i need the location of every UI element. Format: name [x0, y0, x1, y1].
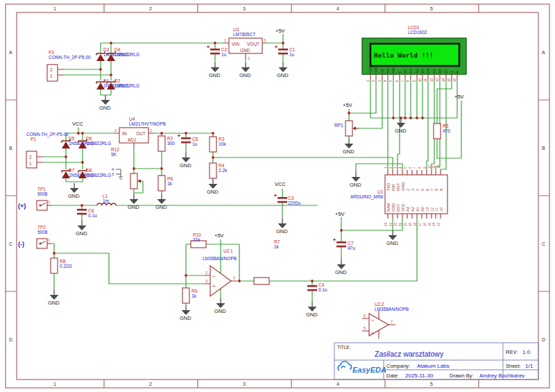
svg-text:D4: D4 — [427, 69, 430, 73]
component-lcd1602[interactable]: Hello World !!! VSS VDD VO RS RW E D0 D1… — [362, 25, 466, 82]
component-r10[interactable]: R10 21k — [191, 232, 206, 248]
component-l1[interactable]: L1 1m — [97, 194, 116, 205]
frame-col-label: 4 — [336, 382, 339, 386]
svg-text:D6: D6 — [438, 69, 442, 73]
rp1-ref: RP1 — [334, 123, 343, 128]
d4-ref: D4 — [114, 47, 121, 52]
svg-text:6: 6 — [409, 167, 412, 169]
schematic-title[interactable]: Zasilacz warsztatowy — [375, 350, 444, 358]
gnd-label: GND — [68, 193, 80, 199]
component-rp1[interactable]: RP1 — [334, 121, 359, 136]
d7-ref: D7 — [69, 168, 75, 173]
gnd-label: GND — [214, 308, 226, 314]
component-r8[interactable]: R8 0.22Ω — [51, 258, 72, 273]
component-u2-1[interactable]: − + 2 3 1 U2.1 LM358AN/NOPB — [203, 248, 237, 296]
easyeda-logo-text: EasyEDA — [352, 366, 386, 374]
r10-ref: R10 — [193, 232, 201, 237]
gnd-label: GND — [180, 162, 191, 169]
r9-value: 1k — [191, 293, 197, 298]
u4-pin3-number: 3 — [114, 128, 117, 133]
component-u2-2[interactable]: − + 6 5 7 U2.2 LM358AN/NOPB — [362, 302, 409, 339]
component-c1[interactable]: C1 1u — [275, 46, 296, 58]
component-u1-arduino-mini[interactable]: TXO RXI RST GND 2 3 4 5 6 7 8 9 RAW GND … — [350, 164, 447, 226]
schematic-editor-canvas[interactable]: 1 2 3 4 5 1 2 3 4 5 A B C D A B C D — [0, 0, 555, 392]
svg-text:VDD: VDD — [375, 66, 378, 73]
frame-row-label: D — [9, 337, 12, 342]
noninverting-input-sign: + — [212, 283, 216, 289]
u2-1-value: LM358AN/NOPB — [203, 256, 237, 261]
gnd-label: GND — [239, 72, 251, 78]
component-d2[interactable]: D2 1N5822RLG — [107, 78, 139, 90]
component-r4[interactable]: R4 2.2k — [210, 163, 228, 178]
component-r12[interactable]: R12 5K — [111, 147, 141, 189]
component-tp2[interactable]: 1 TP2 5008 — [37, 225, 51, 248]
component-r6[interactable]: R6 1k — [158, 176, 173, 191]
component-c5[interactable]: C5 1u — [178, 135, 198, 147]
frame-row-label: B — [9, 146, 12, 151]
svg-text:1: 1 — [366, 80, 370, 82]
svg-text:D2: D2 — [416, 69, 419, 73]
component-p3[interactable]: 2 1 P3 CONN-TH_2P-P5.00 — [47, 50, 91, 81]
svg-text:16: 16 — [423, 222, 427, 226]
easyeda-logo: EasyEDA — [338, 361, 386, 374]
u4-value: LM317HVT/NOPB — [129, 121, 166, 126]
lcd-pin-numbers: 1 2 3 4 5 6 7 8 9 10 11 12 13 14 15 16 — [366, 78, 456, 82]
component-r7[interactable]: R7 1k — [254, 239, 280, 284]
r10-value: 21k — [193, 237, 200, 242]
frame-col-label: 5 — [430, 6, 433, 11]
component-r2[interactable]: R2 300 — [158, 136, 175, 151]
gnd-label: GND — [155, 204, 167, 210]
component-tp1[interactable]: 1 TP1 5008 — [37, 187, 51, 210]
component-c4[interactable]: C4 0.1u — [307, 282, 327, 292]
frame-row-label: C — [9, 241, 12, 246]
svg-text:A0: A0 — [420, 207, 425, 212]
drawn-by-value[interactable]: Andrey Bochkarev — [479, 373, 524, 379]
date-value[interactable]: 2025-11-30 — [405, 373, 434, 379]
component-r9[interactable]: R9 1k — [182, 288, 198, 303]
c5-ref: C5 — [192, 137, 198, 142]
rev-value[interactable]: 1.0 — [522, 349, 531, 355]
company-value[interactable]: Atakum Labs — [417, 363, 450, 369]
svg-text:23: 23 — [389, 222, 393, 226]
component-c6[interactable]: C6 0.1u — [77, 208, 97, 218]
drawn-by-label: Drawn By: — [450, 373, 474, 379]
svg-text:18: 18 — [413, 222, 417, 226]
svg-text:VO: VO — [381, 68, 384, 73]
frame-col-label: 5 — [430, 382, 433, 386]
r3-ref: R3 — [219, 137, 225, 142]
svg-text:K: K — [456, 71, 459, 73]
svg-text:17: 17 — [418, 222, 422, 226]
schematic-sheet[interactable]: 1 2 3 4 5 1 2 3 4 5 A B C D A B C D — [0, 0, 555, 392]
svg-text:16: 16 — [453, 78, 456, 82]
svg-text:VCC: VCC — [401, 203, 405, 212]
component-c2[interactable]: C2 1u — [207, 46, 228, 58]
c7-ref: C7 — [348, 241, 354, 246]
svg-text:11: 11 — [432, 165, 436, 169]
plus-output-label: (+) — [18, 203, 26, 210]
svg-text:8: 8 — [407, 80, 410, 82]
svg-text:19: 19 — [409, 222, 412, 226]
component-r5[interactable]: R5 470 — [434, 123, 450, 139]
u2-2-pin6-number: 6 — [364, 314, 366, 318]
r12-ref: R12 — [111, 147, 119, 152]
component-d8[interactable]: D8 1N5822RLG — [78, 168, 111, 178]
gnd-label: GND — [180, 315, 191, 321]
r7-ref: R7 — [274, 239, 280, 244]
svg-text:4: 4 — [384, 80, 387, 82]
component-c7[interactable]: C7 47u — [333, 239, 355, 251]
component-r3[interactable]: R3 10k — [210, 137, 226, 152]
u2-2-pin7-number: 7 — [391, 320, 393, 324]
sheet-value[interactable]: 1/1 — [525, 363, 533, 369]
svg-text:RST: RST — [396, 182, 400, 191]
component-u3[interactable]: VIN VOUT GND 1 3 2 U3 LM7805CT — [223, 27, 268, 60]
gnd-label: GND — [48, 300, 60, 306]
svg-text:6: 6 — [395, 80, 399, 82]
u3-pin2-number: 2 — [248, 56, 250, 60]
title-block[interactable]: TITLE: Zasilacz warsztatowy REV: 1.0 Com… — [334, 343, 538, 380]
frame-col-label: 4 — [336, 6, 339, 11]
jumper-pin4: 4 — [112, 167, 114, 171]
component-c3[interactable]: C3 2200u — [274, 194, 300, 206]
d5-ref: D5 — [69, 136, 75, 141]
svg-text:9: 9 — [413, 80, 416, 82]
svg-text:4: 4 — [416, 189, 420, 191]
